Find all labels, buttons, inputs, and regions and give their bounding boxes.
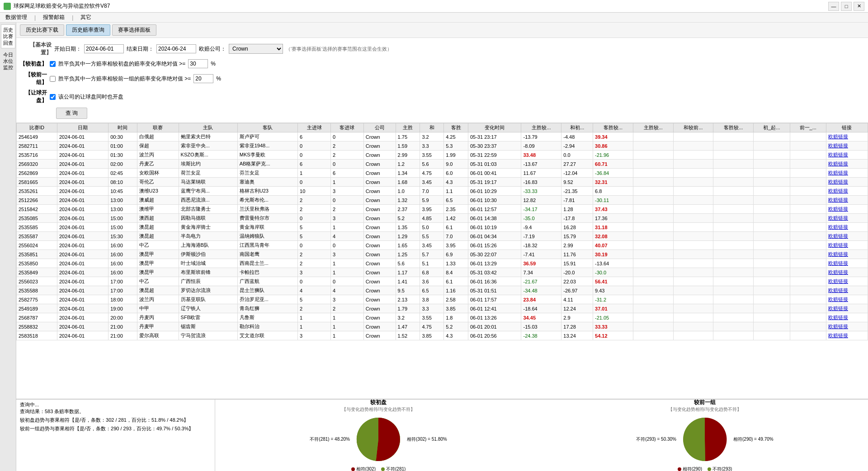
table-cell: 05-30 22:07 bbox=[468, 250, 521, 259]
link-cell[interactable]: 欧赔链接 bbox=[826, 205, 868, 214]
main-content: 历史比赛回查 今日水位监控 历史比赛下载 历史赔率查询 赛事选择面板 【基本设置… bbox=[0, 23, 868, 471]
table-cell bbox=[633, 331, 673, 340]
table-cell: 16:00 bbox=[108, 268, 137, 277]
download-btn[interactable]: 历史比赛下载 bbox=[20, 24, 64, 36]
table-cell: 20:00 bbox=[108, 313, 137, 322]
table-cell: 13.24 bbox=[561, 331, 593, 340]
table-cell: 希光斯布伦... bbox=[237, 196, 297, 205]
link-cell[interactable]: 欧赔链接 bbox=[826, 214, 868, 223]
query-btn[interactable]: 历史赔率查询 bbox=[66, 24, 110, 36]
link-cell[interactable]: 欧赔链接 bbox=[826, 196, 868, 205]
table-cell bbox=[790, 214, 826, 223]
table-cell bbox=[790, 178, 826, 187]
table-cell: 费雷曼特尔市 bbox=[237, 214, 297, 223]
table-cell bbox=[790, 132, 826, 141]
table-row: 25560232024-06-0117:00中乙广西恒辰广西蓝航00Crown1… bbox=[17, 277, 868, 286]
table-cell bbox=[790, 223, 826, 232]
table-cell: 3 bbox=[330, 250, 363, 259]
table-cell: 5.6 bbox=[420, 160, 444, 169]
table-cell: 马达莱纳联 bbox=[179, 178, 237, 187]
link-cell[interactable]: 欧赔链接 bbox=[826, 250, 868, 259]
table-cell: 11.76 bbox=[561, 250, 593, 259]
table-cell bbox=[754, 151, 790, 160]
table-cell bbox=[633, 232, 673, 241]
table-cell: 荷兰女足 bbox=[179, 169, 237, 178]
link-cell[interactable]: 欧赔链接 bbox=[826, 132, 868, 141]
table-cell bbox=[790, 277, 826, 286]
link-cell[interactable]: 欧赔链接 bbox=[826, 277, 868, 286]
table-cell: 3.6 bbox=[420, 277, 444, 286]
table-cell bbox=[754, 277, 790, 286]
table-cell: 蓝鹰宁布局... bbox=[179, 187, 237, 196]
table-cell bbox=[754, 250, 790, 259]
table-cell: 昆士兰狮队 bbox=[237, 286, 297, 295]
link-cell[interactable]: 欧赔链接 bbox=[826, 187, 868, 196]
menu-data[interactable]: 数据管理 bbox=[4, 14, 29, 21]
link-cell[interactable]: 欧赔链接 bbox=[826, 178, 868, 187]
chart1-svg bbox=[354, 414, 403, 464]
rel-prev-value[interactable] bbox=[193, 74, 213, 83]
table-cell: 15:30 bbox=[108, 232, 137, 241]
bottom-panel: 查询中... 查询结果：583 条赔率数据。 较初盘趋势与赛果相符【是/否，条数… bbox=[16, 399, 868, 471]
menu-email[interactable]: 报警邮箱 bbox=[41, 14, 66, 21]
table-cell bbox=[673, 187, 713, 196]
open-ball-label: 【让球开盘】 bbox=[20, 89, 47, 104]
open-ball-checkbox[interactable] bbox=[50, 94, 56, 100]
table-cell: 斯卢萨可 bbox=[237, 132, 297, 141]
table-cell: Crown bbox=[363, 205, 396, 214]
link-cell[interactable]: 欧赔链接 bbox=[826, 232, 868, 241]
table-cell: 2.99 bbox=[396, 151, 420, 160]
table-cell: 13:00 bbox=[108, 196, 137, 205]
table-cell: 06-01 14:38 bbox=[468, 214, 521, 223]
link-cell[interactable]: 欧赔链接 bbox=[826, 141, 868, 151]
table-cell: 波兰丙 bbox=[137, 151, 179, 160]
table-cell bbox=[754, 169, 790, 178]
end-date-input[interactable]: 2024-06-24 bbox=[156, 44, 196, 53]
table-cell bbox=[790, 295, 826, 304]
nav-history[interactable]: 历史比赛回查 bbox=[1, 24, 15, 48]
panel-btn[interactable]: 赛事选择面板 bbox=[112, 24, 156, 36]
table-cell: 1.17 bbox=[396, 268, 420, 277]
rel-prev-checkbox[interactable] bbox=[50, 76, 56, 82]
nav-today[interactable]: 今日水位监控 bbox=[1, 49, 15, 73]
table-cell bbox=[754, 205, 790, 214]
table-area[interactable]: 比赛ID 日期 时间 联赛 主队 客队 主进球 客进球 公司 主胜 和 客胜 变… bbox=[16, 123, 868, 399]
table-cell: 9.0 bbox=[444, 160, 468, 169]
query-execute-btn[interactable]: 查 询 bbox=[56, 108, 87, 119]
link-cell[interactable]: 欧赔链接 bbox=[826, 286, 868, 295]
company-select[interactable]: Crown Bet365 William Hill bbox=[229, 44, 283, 54]
table-cell: 青岛红狮 bbox=[237, 304, 297, 313]
table-cell: 2581665 bbox=[17, 178, 57, 187]
link-cell[interactable]: 欧赔链接 bbox=[826, 241, 868, 250]
link-cell[interactable]: 欧赔链接 bbox=[826, 295, 868, 304]
table-cell: 2535588 bbox=[17, 286, 57, 295]
start-date-input[interactable]: 2024-06-01 bbox=[84, 44, 124, 53]
link-cell[interactable]: 欧赔链接 bbox=[826, 223, 868, 232]
table-cell: 丹麦乙 bbox=[137, 160, 179, 169]
table-cell: 05-31 01:51 bbox=[468, 286, 521, 295]
minimize-button[interactable]: — bbox=[828, 2, 839, 11]
rel-init-value[interactable] bbox=[188, 59, 208, 68]
table-cell: 0 bbox=[298, 241, 331, 250]
link-cell[interactable]: 欧赔链接 bbox=[826, 151, 868, 160]
link-cell[interactable]: 欧赔链接 bbox=[826, 169, 868, 178]
table-cell bbox=[713, 160, 754, 169]
link-cell[interactable]: 欧赔链接 bbox=[826, 268, 868, 277]
table-row: 25827112024-06-0101:00保超索非亚中央...紫非亚1948.… bbox=[17, 141, 868, 151]
table-cell: 06-01 00:41 bbox=[468, 169, 521, 178]
maximize-button[interactable]: □ bbox=[841, 2, 852, 11]
menu-other[interactable]: 其它 bbox=[79, 14, 93, 21]
link-cell[interactable]: 欧赔链接 bbox=[826, 259, 868, 268]
link-cell[interactable]: 欧赔链接 bbox=[826, 304, 868, 313]
link-cell[interactable]: 欧赔链接 bbox=[826, 313, 868, 322]
table-cell: 17:00 bbox=[108, 286, 137, 295]
table-cell: -21.96 bbox=[593, 151, 633, 160]
table-cell: 17.28 bbox=[561, 322, 593, 331]
close-button[interactable]: ✕ bbox=[854, 2, 864, 11]
table-cell: 中甲 bbox=[137, 304, 179, 313]
link-cell[interactable]: 欧赔链接 bbox=[826, 331, 868, 340]
rel-init-checkbox[interactable] bbox=[50, 61, 56, 67]
table-cell: 39.34 bbox=[593, 132, 633, 141]
link-cell[interactable]: 欧赔链接 bbox=[826, 160, 868, 169]
link-cell[interactable]: 欧赔链接 bbox=[826, 322, 868, 331]
